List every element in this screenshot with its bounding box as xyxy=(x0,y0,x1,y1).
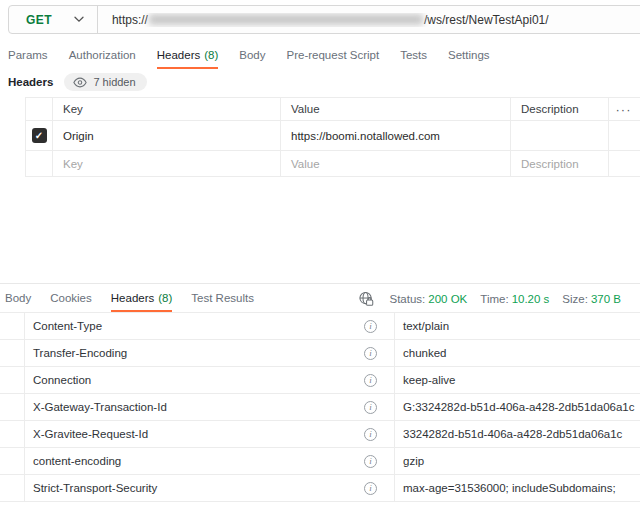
info-icon[interactable]: i xyxy=(364,455,377,468)
info-icon[interactable]: i xyxy=(364,347,377,360)
header-enabled-checkbox[interactable]: ✓ xyxy=(32,128,47,143)
response-header-row: Content-Typei text/plain xyxy=(0,313,640,340)
url-suffix: /ws/rest/NewTestApi01/ xyxy=(424,13,549,27)
info-icon[interactable]: i xyxy=(364,482,377,495)
chevron-down-icon xyxy=(74,16,84,23)
value-column-header: Value xyxy=(281,98,511,120)
url-redacted-segment xyxy=(149,14,423,25)
response-header-row: X-Gravitee-Request-Idi 3324282d-b51d-406… xyxy=(0,421,640,448)
tab-pre-request-script[interactable]: Pre-request Script xyxy=(287,40,380,69)
url-input[interactable]: https:// /ws/rest/NewTestApi01/ xyxy=(98,13,549,27)
headers-count: (8) xyxy=(204,49,218,61)
header-value-field[interactable]: https://boomi.notallowed.com xyxy=(281,121,511,150)
response-headers-table: Content-Typei text/plain Transfer-Encodi… xyxy=(0,313,640,502)
info-icon[interactable]: i xyxy=(364,320,377,333)
table-row: ✓ Origin https://boomi.notallowed.com xyxy=(26,121,640,151)
tab-body[interactable]: Body xyxy=(239,40,265,69)
description-column-header: Description xyxy=(511,98,609,120)
headers-subheader: Headers 7 hidden xyxy=(8,73,147,91)
status-code: Status:200 OK xyxy=(389,293,467,305)
method-selector[interactable]: GET xyxy=(9,6,97,33)
hidden-headers-toggle[interactable]: 7 hidden xyxy=(64,73,146,91)
method-label: GET xyxy=(9,13,52,27)
response-header-row: X-Gateway-Transaction-Idi G:3324282d-b51… xyxy=(0,394,640,421)
table-row-placeholder: Key Value Description xyxy=(26,151,640,177)
request-tabs: Params Authorization Headers(8) Body Pre… xyxy=(0,40,640,69)
response-tab-headers[interactable]: Headers(8) xyxy=(111,284,173,312)
info-icon[interactable]: i xyxy=(364,374,377,387)
response-header-row: Transfer-Encodingi chunked xyxy=(0,340,640,367)
tab-headers[interactable]: Headers(8) xyxy=(157,40,219,69)
header-description-field[interactable] xyxy=(511,121,609,150)
tab-tests[interactable]: Tests xyxy=(400,40,427,69)
more-actions-icon[interactable]: ··· xyxy=(616,103,634,116)
url-prefix: https:// xyxy=(112,13,148,27)
response-tab-body[interactable]: Body xyxy=(5,284,31,312)
tab-params[interactable]: Params xyxy=(8,40,48,69)
key-column-header: Key xyxy=(53,98,281,120)
select-column-header xyxy=(26,98,53,120)
new-description-field[interactable]: Description xyxy=(511,151,609,176)
info-icon[interactable]: i xyxy=(364,428,377,441)
response-headers-count: (8) xyxy=(158,292,172,304)
response-status-bar: Status:200 OK Time:10.20 s Size:370 B xyxy=(358,284,621,313)
response-header-row: content-encodingi gzip xyxy=(0,448,640,475)
new-key-field[interactable]: Key xyxy=(53,151,281,176)
response-tabs: Body Cookies Headers(8) Test Results Sta… xyxy=(0,284,640,313)
tab-settings[interactable]: Settings xyxy=(448,40,490,69)
response-tab-cookies[interactable]: Cookies xyxy=(50,284,92,312)
response-tab-test-results[interactable]: Test Results xyxy=(191,284,254,312)
info-icon[interactable]: i xyxy=(364,401,377,414)
table-header-row: Key Value Description ··· xyxy=(26,98,640,121)
tab-authorization[interactable]: Authorization xyxy=(69,40,136,69)
eye-icon xyxy=(73,77,87,88)
request-headers-table: Key Value Description ··· ✓ Origin https… xyxy=(25,97,640,177)
request-url-bar: GET https:// /ws/rest/NewTestApi01/ xyxy=(8,5,640,34)
new-value-field[interactable]: Value xyxy=(281,151,511,176)
hidden-headers-label: 7 hidden xyxy=(93,76,135,88)
response-pane: Body Cookies Headers(8) Test Results Sta… xyxy=(0,283,640,502)
headers-section-title: Headers xyxy=(8,76,53,88)
response-header-row: Strict-Transport-Securityi max-age=31536… xyxy=(0,475,640,502)
header-key-field[interactable]: Origin xyxy=(53,121,281,150)
network-globe-lock-icon[interactable] xyxy=(358,291,374,306)
response-header-row: Connectioni keep-alive xyxy=(0,367,640,394)
response-size: Size:370 B xyxy=(562,293,621,305)
response-time: Time:10.20 s xyxy=(480,293,549,305)
